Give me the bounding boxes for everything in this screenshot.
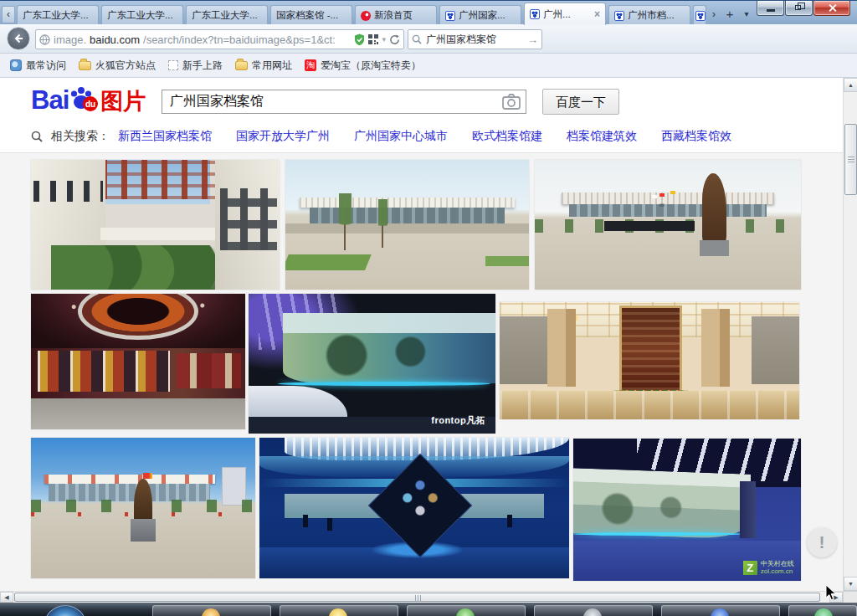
taobao-icon: 淘: [305, 59, 316, 71]
logo-du-text: du: [85, 100, 95, 109]
list-all-tabs-button[interactable]: ▾: [742, 8, 752, 23]
side-wing-shape: [500, 316, 547, 384]
globe-icon: [39, 34, 50, 45]
new-tab-button[interactable]: +: [723, 8, 736, 23]
bookmark-most-visited[interactable]: 最常访问: [7, 57, 69, 74]
back-button[interactable]: [7, 27, 30, 50]
horizontal-scrollbar-thumb[interactable]: [14, 593, 820, 602]
flag-shape: [659, 193, 665, 197]
qr-code-icon[interactable]: [368, 34, 378, 44]
taskbar-button-1[interactable]: [152, 605, 271, 616]
bookmark-common-urls[interactable]: 常用网址: [232, 57, 295, 74]
taskbar-button-3[interactable]: [407, 605, 526, 616]
image-result-5[interactable]: frontop凡拓: [249, 294, 495, 434]
baidu-search-button[interactable]: 百度一下: [542, 89, 619, 115]
tab-sina-home[interactable]: 新浪首页: [355, 5, 437, 25]
scroll-down-icon[interactable]: ▼: [844, 577, 857, 591]
tab-scroll-left-button[interactable]: ‹: [2, 6, 15, 23]
url-path: /search/index?tn=baiduimage&ps=1&ct:: [143, 33, 351, 46]
panel-shape: [177, 353, 241, 388]
statue-shape: [134, 479, 151, 524]
browser-search-box[interactable]: →: [408, 29, 542, 49]
app-icon: [583, 608, 602, 616]
tab-label: 广东工业大学...: [192, 9, 262, 22]
related-link-5[interactable]: 档案馆建筑效: [567, 129, 637, 144]
close-tab-icon[interactable]: ×: [594, 9, 600, 19]
feedback-button[interactable]: !: [807, 527, 837, 557]
image-result-7[interactable]: [31, 438, 255, 578]
image-result-1[interactable]: [31, 160, 280, 290]
minimize-button[interactable]: [757, 1, 784, 16]
flag-shape: [143, 473, 152, 479]
bookmark-label: 新手上路: [182, 59, 223, 73]
tab-gdut-2[interactable]: 广东工业大学...: [101, 5, 183, 25]
related-link-3[interactable]: 广州国家中心城市: [354, 129, 448, 144]
vertical-scrollbar-thumb[interactable]: [844, 124, 857, 195]
baidu-image-logo[interactable]: Bai du 图片: [31, 85, 146, 113]
taskbar-button-2[interactable]: [280, 605, 398, 616]
image-result-9[interactable]: Z 中关村在线zol.com.cn: [573, 439, 801, 581]
baidu-favicon-icon: [445, 11, 455, 21]
glass-facade-shape: [49, 484, 210, 501]
scrollbar-corner: [843, 591, 857, 603]
lawn-shape: [285, 254, 372, 270]
related-searches: 相关搜索： 新西兰国家档案馆 国家开放大学广州 广州国家中心城市 欧式档案馆建 …: [31, 127, 747, 146]
page-content: Bai du 图片 百度一下 相关搜索： 新西兰国家档案馆 国家开放大学广州 广…: [0, 78, 843, 591]
related-label: 相关搜索：: [51, 129, 110, 144]
tab-guangzhou-active[interactable]: 广州...×: [524, 3, 606, 25]
image-result-6[interactable]: [500, 302, 799, 419]
browser-search-input[interactable]: [424, 33, 525, 46]
restore-button[interactable]: [785, 1, 813, 16]
flag-shape: [670, 191, 675, 194]
baidu-favicon-icon: [614, 11, 624, 21]
horizontal-scrollbar[interactable]: ◀ ▶: [0, 591, 843, 603]
tab-national-archives[interactable]: 国家档案馆 -...: [270, 5, 352, 25]
glow-edge-shape: [278, 382, 490, 386]
tab-strip: ‹ 广东工业大学... 广东工业大学... 广东工业大学... 国家档案馆 -.…: [0, 0, 857, 24]
tab-gdut-3[interactable]: 广东工业大学...: [186, 5, 268, 25]
lawn-shape: [485, 256, 529, 266]
image-result-8[interactable]: [259, 438, 569, 578]
tab-guangzhou-national[interactable]: 广州国家...: [439, 5, 521, 25]
window-controls: [756, 1, 850, 16]
related-link-6[interactable]: 西藏档案馆效: [661, 129, 731, 144]
baidu-search-input[interactable]: [162, 90, 526, 113]
related-link-2[interactable]: 国家开放大学广州: [236, 129, 330, 144]
bookmark-label: 常用网址: [252, 59, 292, 73]
bookmark-getting-started[interactable]: 新手上路: [165, 57, 226, 74]
scroll-up-icon[interactable]: ▲: [844, 78, 857, 92]
tab-gdut-1[interactable]: 广东工业大学...: [17, 5, 99, 25]
security-shield-icon[interactable]: [354, 33, 365, 46]
zol-watermark: Z 中关村在线zol.com.cn: [743, 560, 794, 575]
taskbar-button-4[interactable]: [534, 605, 653, 616]
reload-icon[interactable]: [389, 34, 400, 45]
start-orb-button[interactable]: [44, 605, 87, 616]
app-icon: [329, 608, 347, 616]
close-button[interactable]: [813, 1, 850, 16]
url-dropdown-icon[interactable]: ▾: [382, 35, 386, 44]
search-go-icon[interactable]: →: [527, 33, 538, 46]
baidu-favicon-icon: [530, 9, 540, 19]
tab-label: 广州...: [543, 8, 591, 21]
trees-shape: [51, 245, 215, 290]
image-result-3[interactable]: [535, 160, 801, 290]
related-link-1[interactable]: 新西兰国家档案馆: [118, 129, 212, 144]
camera-search-icon[interactable]: [502, 94, 521, 110]
person-shape: [327, 518, 332, 531]
vertical-scrollbar[interactable]: ▲ ▼: [843, 78, 857, 591]
bookmark-firefox-sites[interactable]: 火狐官方站点: [75, 57, 159, 74]
thumb-grip: [415, 595, 422, 601]
tab-partial[interactable]: [693, 5, 706, 25]
bookmark-taobao[interactable]: 淘爱淘宝（原淘宝特卖）: [301, 57, 424, 74]
glass-facade-shape: [569, 204, 766, 218]
url-bar[interactable]: image.baidu.com/search/index?tn=baiduima…: [35, 29, 404, 49]
image-result-2[interactable]: [285, 160, 529, 290]
taskbar-button-6[interactable]: [788, 605, 857, 616]
image-result-4[interactable]: [31, 294, 245, 429]
tab-scroll-right-button[interactable]: ›: [708, 8, 720, 23]
taskbar-button-5[interactable]: [661, 605, 780, 616]
related-link-4[interactable]: 欧式档案馆建: [472, 129, 542, 144]
tab-guangzhou-archive[interactable]: 广州市档...: [608, 5, 690, 25]
scroll-left-icon[interactable]: ◀: [0, 592, 13, 603]
baidu-search-field[interactable]: [162, 90, 526, 114]
